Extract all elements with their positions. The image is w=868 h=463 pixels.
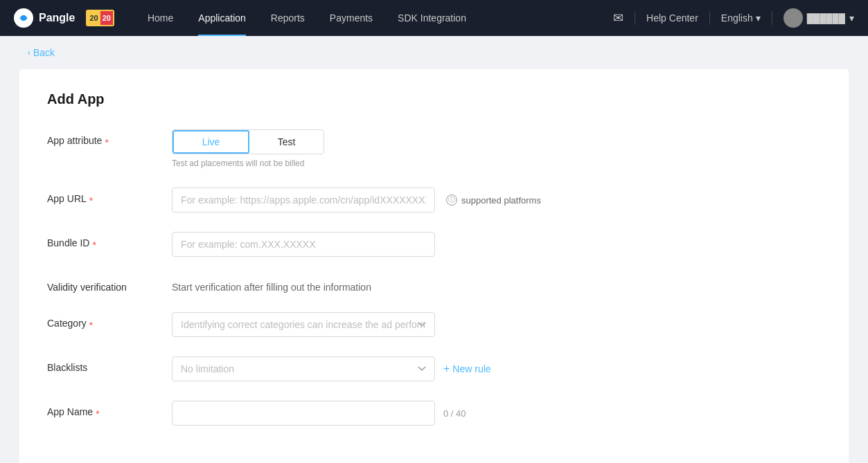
main-card: Add App App attribute * Live Test Test a… (19, 69, 849, 463)
nav-divider-2 (709, 11, 710, 25)
mail-icon[interactable]: ✉ (613, 10, 623, 26)
app-name-row: App Name * 0 / 40 (47, 401, 821, 426)
svg-point-1 (21, 15, 26, 21)
category-row: Category * Identifying correct categorie… (47, 312, 821, 337)
validity-content: Start verification after filling out the… (172, 276, 821, 293)
app-attribute-label: App attribute * (47, 129, 172, 150)
user-chevron: ▾ (849, 12, 854, 24)
nav-items: Home Application Reports Payments SDK In… (135, 0, 613, 36)
back-arrow-icon: ‹ (28, 48, 30, 57)
nav-right: ✉ Help Center English ▾ ██████ ▾ (613, 8, 854, 28)
app-name-input-row: 0 / 40 (172, 401, 821, 426)
navbar: Pangle 20 20 Home Application Reports Pa… (0, 0, 868, 36)
nav-sdk-integration[interactable]: SDK Integration (385, 0, 479, 36)
category-label: Category * (47, 312, 172, 333)
app-attribute-row: App attribute * Live Test Test ad placem… (47, 129, 821, 168)
required-star-attribute: * (105, 135, 108, 150)
user-avatar (783, 8, 803, 28)
nav-divider-3 (772, 11, 772, 25)
page-title: Add App (47, 91, 821, 107)
language-selector[interactable]: English ▾ (721, 12, 761, 24)
year-badge-20a: 20 (87, 11, 100, 25)
help-center-link[interactable]: Help Center (646, 12, 698, 24)
required-star-category: * (89, 318, 93, 333)
nav-payments[interactable]: Payments (317, 0, 385, 36)
info-icon: ⓘ (446, 194, 457, 206)
blacklists-content: No limitation + New rule (172, 356, 821, 381)
category-select[interactable]: Identifying correct categories can incre… (172, 312, 435, 337)
app-url-row: App URL * ⓘ supported platforms (47, 188, 821, 212)
validity-verification-row: Validity verification Start verification… (47, 276, 821, 293)
supported-platforms-link[interactable]: ⓘ supported platforms (446, 194, 541, 206)
required-star-url: * (89, 193, 93, 208)
url-input-row: ⓘ supported platforms (172, 188, 821, 212)
app-name-content: 0 / 40 (172, 401, 821, 426)
app-attribute-content: Live Test Test ad placements will not be… (172, 129, 821, 168)
app-name-label: App Name * (47, 401, 172, 421)
blacklists-label: Blacklists (47, 356, 172, 373)
language-chevron: ▾ (756, 12, 761, 24)
char-count: 0 / 40 (443, 408, 466, 419)
bundle-id-content (172, 232, 821, 257)
nav-application[interactable]: Application (186, 0, 258, 36)
user-menu[interactable]: ██████ ▾ (783, 8, 854, 28)
back-label: Back (33, 47, 55, 58)
pangle-logo-icon (14, 8, 33, 28)
plus-icon: + (443, 363, 450, 375)
app-name-input[interactable] (172, 401, 435, 426)
app-url-input[interactable] (172, 188, 435, 212)
bundle-id-row: Bundle ID * (47, 232, 821, 257)
app-attribute-toggle: Live Test (172, 129, 324, 154)
new-rule-label: New rule (452, 363, 490, 374)
nav-reports[interactable]: Reports (258, 0, 317, 36)
back-bar: ‹ Back (0, 36, 868, 69)
user-name-blurred: ██████ (807, 13, 845, 24)
nav-home[interactable]: Home (135, 0, 186, 36)
live-button[interactable]: Live (172, 130, 249, 154)
category-content: Identifying correct categories can incre… (172, 312, 821, 337)
bundle-id-label: Bundle ID * (47, 232, 172, 253)
app-url-label: App URL * (47, 188, 172, 208)
validity-label: Validity verification (47, 276, 172, 293)
supported-platforms-label: supported platforms (461, 195, 541, 206)
test-button[interactable]: Test (249, 130, 324, 154)
required-star-name: * (96, 406, 99, 421)
language-label: English (721, 12, 753, 24)
nav-divider-1 (635, 11, 635, 25)
back-button[interactable]: ‹ Back (28, 47, 840, 58)
brand: Pangle 20 20 (14, 8, 114, 28)
blacklists-select[interactable]: No limitation (172, 356, 435, 381)
app-attribute-hint: Test ad placements will not be billed (172, 158, 821, 168)
blacklist-input-row: No limitation + New rule (172, 356, 821, 381)
verification-text: Start verification after filling out the… (172, 276, 821, 293)
app-url-content: ⓘ supported platforms (172, 188, 821, 212)
blacklists-row: Blacklists No limitation + New rule (47, 356, 821, 381)
required-star-bundle: * (92, 237, 96, 253)
brand-name: Pangle (39, 12, 75, 24)
year-badge-20b: 20 (100, 11, 113, 25)
new-rule-button[interactable]: + New rule (443, 363, 491, 375)
bundle-id-input[interactable] (172, 232, 435, 257)
